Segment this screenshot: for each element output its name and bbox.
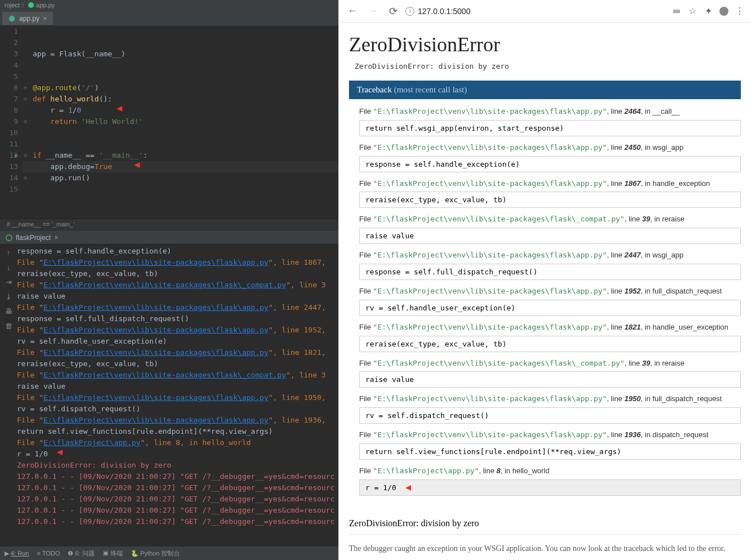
status-bar: ▶ 4: Run ≡ TODO ❶ 6: 问题 ▣ 终端 🐍 Python 控制… xyxy=(0,546,338,560)
traceback-frame[interactable]: File "E:\flaskProject\venv\lib\site-pack… xyxy=(359,393,741,424)
breadcrumb: if __name__ == '_main_' xyxy=(0,219,338,231)
run-status-icon xyxy=(6,234,12,241)
status-run[interactable]: ▶ 4: Run xyxy=(5,550,29,557)
traceback-frames: File "E:\flaskProject\venv\lib\site-pack… xyxy=(349,99,741,508)
console-line: File "E:\flaskProject\venv\lib\site-pack… xyxy=(17,325,338,336)
bottom-error: ZeroDivisionError: division by zero xyxy=(349,513,741,535)
editor-tabs: app.py × xyxy=(0,11,338,26)
back-button[interactable]: ← xyxy=(344,3,360,19)
ide-panel: roject 〉 app.py app.py × 123456789101112… xyxy=(0,0,338,560)
console-line: return self.view_functions[rule.endpoint… xyxy=(17,426,338,437)
console-line: File "E:\flaskProject\venv\lib\site-pack… xyxy=(17,347,338,358)
traceback-frame[interactable]: File "E:\flaskProject\venv\lib\site-pack… xyxy=(359,286,741,316)
tab-app-py[interactable]: app.py × xyxy=(2,12,53,25)
console-line: r = 1/0 xyxy=(17,448,338,460)
status-problems[interactable]: ❶ 6: 问题 xyxy=(68,549,94,558)
console-tab[interactable]: flaskProject × xyxy=(0,231,338,245)
console-line: raise value xyxy=(17,291,338,302)
page-title: ZeroDivisionError xyxy=(349,33,741,56)
console-line: response = self.handle_exception(e) xyxy=(17,246,338,257)
console-line: 127.0.0.1 - - [09/Nov/2020 21:00:27] "GE… xyxy=(17,505,338,516)
console-line: rv = self.dispatch_request() xyxy=(17,403,338,415)
console-line: raise value xyxy=(17,381,338,392)
svg-point-0 xyxy=(28,2,34,8)
traceback-frame[interactable]: File "E:\flaskProject\venv\lib\site-pack… xyxy=(359,142,741,172)
browser-toolbar: ← → ⟳ i 127.0.0.1:5000 ⩸ ☆ ✦ ⋮ xyxy=(339,0,751,23)
console-line: response = self.full_dispatch_request() xyxy=(17,313,338,325)
url-text: 127.0.0.1:5000 xyxy=(418,7,470,16)
console-tab-label: flaskProject xyxy=(16,234,51,242)
debugger-text: The debugger caught an exception in your… xyxy=(349,535,741,554)
code-editor[interactable]: 123456789101112131415 app = Flask(__name… xyxy=(0,26,338,219)
browser-panel: ← → ⟳ i 127.0.0.1:5000 ⩸ ☆ ✦ ⋮ ZeroDivis… xyxy=(338,0,751,560)
print-icon[interactable]: 🖶 xyxy=(4,306,13,315)
traceback-frame[interactable]: File "E:\flaskProject\venv\lib\site-pack… xyxy=(359,322,741,352)
code-area[interactable]: app = Flask(__name__) ⊖@app.route('/') ⊖… xyxy=(23,26,338,219)
console-line: File "E:\flaskProject\venv\lib\site-pack… xyxy=(17,415,338,426)
extensions-icon[interactable]: ✦ xyxy=(703,6,714,17)
forward-button[interactable]: → xyxy=(365,3,381,19)
close-icon[interactable]: × xyxy=(43,14,47,23)
console-line: File "E:\flaskProject\venv\lib\site-pack… xyxy=(17,370,338,381)
svg-point-1 xyxy=(9,15,15,21)
reload-button[interactable]: ⟳ xyxy=(385,3,401,19)
console-line: ZeroDivisionError: division by zero xyxy=(17,460,338,471)
traceback-frame[interactable]: File "E:\flaskProject\venv\lib\site-pack… xyxy=(359,429,741,460)
console-line: 127.0.0.1 - - [09/Nov/2020 21:00:27] "GE… xyxy=(17,471,338,482)
translate-icon[interactable]: ⩸ xyxy=(671,6,682,17)
status-terminal[interactable]: ▣ 终端 xyxy=(103,549,123,558)
console-line: 127.0.0.1 - - [09/Nov/2020 21:00:27] "GE… xyxy=(17,482,338,494)
traceback-header: Traceback (most recent call last) xyxy=(349,81,741,99)
console-line: File "E:\flaskProject\venv\lib\site-pack… xyxy=(17,279,338,291)
soft-wrap-icon[interactable]: ⇥ xyxy=(4,277,13,286)
site-info-icon[interactable]: i xyxy=(405,7,414,16)
star-icon[interactable]: ☆ xyxy=(687,6,698,17)
console-line: File "E:\flaskProject\app.py", line 8, i… xyxy=(17,437,338,448)
traceback-frame[interactable]: File "E:\flaskProject\venv\lib\site-pack… xyxy=(359,106,741,136)
line-gutter: 123456789101112131415 xyxy=(0,26,23,219)
status-todo[interactable]: ≡ TODO xyxy=(37,550,60,557)
scroll-to-end-icon[interactable]: ⤓ xyxy=(4,292,13,301)
console-line: File "E:\flaskProject\venv\lib\site-pack… xyxy=(17,392,338,403)
console-line: File "E:\flaskProject\venv\lib\site-pack… xyxy=(17,302,338,313)
console-line: rv = self.handle_user_exception(e) xyxy=(17,336,338,347)
project-path: roject 〉 app.py xyxy=(0,0,338,11)
console-line: reraise(exc_type, exc_value, tb) xyxy=(17,268,338,279)
console-toolbar: ↑ ↓ ⇥ ⤓ 🖶 🗑 xyxy=(0,245,17,546)
console-line: 127.0.0.1 - - [09/Nov/2020 21:00:27] "GE… xyxy=(17,494,338,505)
profile-icon[interactable] xyxy=(718,6,730,17)
traceback-frame[interactable]: File "E:\flaskProject\venv\lib\site-pack… xyxy=(359,214,741,244)
scroll-down-icon[interactable]: ↓ xyxy=(4,263,13,272)
console-line: 127.0.0.1 - - [09/Nov/2020 21:00:27] "GE… xyxy=(17,516,338,527)
tab-label: app.py xyxy=(19,15,39,23)
menu-icon[interactable]: ⋮ xyxy=(734,6,745,17)
traceback-frame[interactable]: File "E:\flaskProject\venv\lib\site-pack… xyxy=(359,178,741,208)
traceback-frame[interactable]: File "E:\flaskProject\venv\lib\site-pack… xyxy=(359,250,741,280)
scroll-up-icon[interactable]: ↑ xyxy=(4,248,13,257)
traceback-frame[interactable]: File "E:\flaskProject\app.py", line 8, i… xyxy=(359,465,741,496)
console-output[interactable]: response = self.handle_exception(e) File… xyxy=(17,245,338,546)
python-file-icon xyxy=(8,15,16,23)
traceback-frame[interactable]: File "E:\flaskProject\venv\lib\site-pack… xyxy=(359,358,741,388)
exception-message: ZeroDivisionError: division by zero xyxy=(355,62,741,70)
console-line: File "E:\flaskProject\venv\lib\site-pack… xyxy=(17,257,338,268)
address-bar[interactable]: i 127.0.0.1:5000 xyxy=(405,7,666,16)
page-content: ZeroDivisionError ZeroDivisionError: div… xyxy=(339,23,751,560)
close-icon[interactable]: × xyxy=(54,233,59,242)
svg-point-2 xyxy=(719,7,728,16)
status-python-console[interactable]: 🐍 Python 控制台 xyxy=(131,549,180,558)
console-line: reraise(exc_type, exc_value, tb) xyxy=(17,358,338,370)
console-panel: flaskProject × ↑ ↓ ⇥ ⤓ 🖶 🗑 response = se… xyxy=(0,231,338,546)
trash-icon[interactable]: 🗑 xyxy=(4,321,13,330)
